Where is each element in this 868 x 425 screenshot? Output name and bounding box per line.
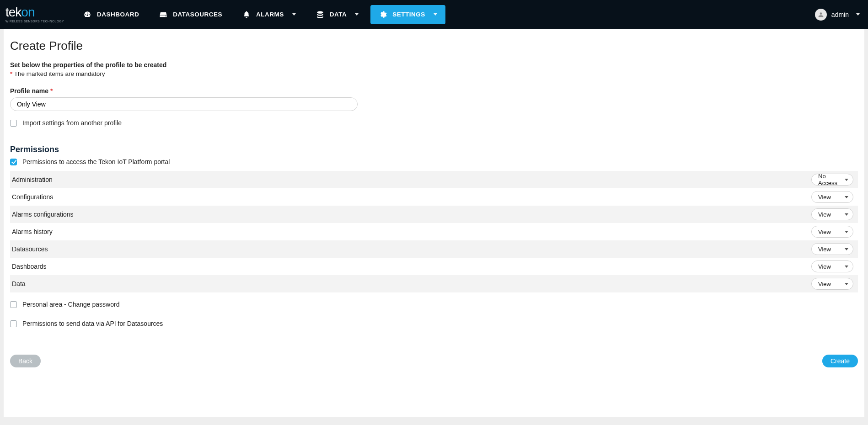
- perm-label: Configurations: [12, 193, 53, 201]
- lead-text: Set below the properties of the profile …: [10, 61, 858, 69]
- perm-row-alarms-config: Alarms configurations View: [10, 206, 858, 223]
- person-icon: [818, 11, 824, 18]
- perm-select-configurations[interactable]: View: [811, 191, 853, 203]
- perm-select-value: No Access: [818, 173, 842, 186]
- change-password-label: Personal area - Change password: [22, 301, 119, 308]
- perm-label: Administration: [12, 176, 53, 183]
- perm-select-value: View: [818, 246, 831, 253]
- perm-label: Alarms history: [12, 228, 53, 235]
- perm-select-dashboards[interactable]: View: [811, 260, 853, 272]
- perm-select-datasources[interactable]: View: [811, 243, 853, 255]
- nav-dashboard[interactable]: DASHBOARD: [75, 5, 147, 24]
- change-password-row[interactable]: Personal area - Change password: [10, 301, 858, 308]
- required-note-text: The marked items are mandatory: [14, 70, 105, 77]
- import-settings-label: Import settings from another profile: [22, 119, 122, 127]
- import-settings-checkbox[interactable]: [10, 120, 17, 127]
- profile-name-input[interactable]: [10, 97, 358, 111]
- drive-icon: [159, 11, 167, 19]
- perm-label: Dashboards: [12, 263, 47, 270]
- brand-tagline: WIRELESS SENSORS TECHNOLOGY: [5, 20, 64, 23]
- chevron-down-icon: [355, 13, 359, 16]
- page-title: Create Profile: [10, 39, 858, 53]
- chevron-down-icon: [434, 13, 437, 16]
- chevron-down-icon: [845, 196, 848, 198]
- perm-select-value: View: [818, 194, 831, 201]
- api-permission-checkbox[interactable]: [10, 320, 17, 327]
- brand-name-1: tek: [5, 5, 21, 19]
- chevron-down-icon: [845, 283, 848, 285]
- portal-access-label: Permissions to access the Tekon IoT Plat…: [22, 158, 170, 165]
- chevron-down-icon: [845, 266, 848, 268]
- perm-row-data: Data View: [10, 275, 858, 292]
- button-row: Back Create: [10, 355, 858, 367]
- gear-icon: [379, 11, 387, 19]
- user-menu[interactable]: admin: [815, 9, 860, 21]
- perm-row-datasources: Datasources View: [10, 240, 858, 258]
- perm-label: Data: [12, 280, 26, 287]
- gauge-icon: [83, 11, 91, 19]
- chevron-down-icon: [845, 179, 848, 181]
- database-icon: [316, 11, 324, 19]
- nav-dashboard-label: DASHBOARD: [97, 11, 139, 18]
- perm-row-dashboards: Dashboards View: [10, 258, 858, 275]
- nav-settings[interactable]: SETTINGS: [370, 5, 445, 24]
- portal-access-checkbox[interactable]: [10, 159, 17, 165]
- brand-logo[interactable]: tekon WIRELESS SENSORS TECHNOLOGY: [5, 6, 64, 23]
- back-button[interactable]: Back: [10, 355, 41, 367]
- perm-select-value: View: [818, 228, 831, 235]
- nav-data-label: DATA: [330, 11, 347, 18]
- perm-select-value: View: [818, 281, 831, 287]
- required-star: *: [50, 87, 53, 95]
- required-star: *: [10, 70, 12, 77]
- chevron-down-icon: [292, 13, 296, 16]
- chevron-down-icon: [845, 231, 848, 233]
- nav-alarms[interactable]: ALARMS: [234, 5, 304, 24]
- required-note: * The marked items are mandatory: [10, 70, 858, 77]
- page-body: Create Profile Set below the properties …: [4, 29, 864, 417]
- create-button[interactable]: Create: [822, 355, 858, 367]
- nav-items: DASHBOARD DATASOURCES ALARMS DATA SETTIN…: [75, 5, 445, 24]
- import-settings-row[interactable]: Import settings from another profile: [10, 119, 858, 127]
- nav-data[interactable]: DATA: [308, 5, 367, 24]
- api-permission-label: Permissions to send data via API for Dat…: [22, 320, 163, 327]
- change-password-checkbox[interactable]: [10, 301, 17, 308]
- chevron-down-icon: [845, 213, 848, 216]
- chevron-down-icon: [856, 13, 860, 16]
- perm-select-data[interactable]: View: [811, 278, 853, 290]
- profile-name-label-text: Profile name: [10, 87, 48, 95]
- perm-select-alarms-history[interactable]: View: [811, 226, 853, 238]
- nav-alarms-label: ALARMS: [256, 11, 284, 18]
- perm-select-administration[interactable]: No Access: [811, 174, 853, 186]
- perm-select-value: View: [818, 263, 831, 270]
- user-name: admin: [831, 11, 849, 18]
- nav-datasources-label: DATASOURCES: [173, 11, 222, 18]
- perm-label: Alarms configurations: [12, 211, 74, 218]
- perm-row-alarms-history: Alarms history View: [10, 223, 858, 240]
- bell-icon: [242, 11, 251, 19]
- perm-label: Datasources: [12, 245, 48, 253]
- permissions-heading: Permissions: [10, 145, 858, 154]
- chevron-down-icon: [845, 248, 848, 250]
- top-nav: tekon WIRELESS SENSORS TECHNOLOGY DASHBO…: [0, 0, 868, 29]
- perm-row-administration: Administration No Access: [10, 171, 858, 188]
- nav-datasources[interactable]: DATASOURCES: [151, 5, 230, 24]
- avatar: [815, 9, 827, 21]
- perm-select-alarms-config[interactable]: View: [811, 208, 853, 220]
- brand-name-2: on: [21, 5, 34, 19]
- profile-name-label: Profile name *: [10, 87, 858, 95]
- portal-access-row[interactable]: Permissions to access the Tekon IoT Plat…: [10, 158, 858, 165]
- permissions-table: Administration No Access Configurations …: [10, 171, 858, 292]
- perm-row-configurations: Configurations View: [10, 188, 858, 206]
- perm-select-value: View: [818, 211, 831, 218]
- api-permission-row[interactable]: Permissions to send data via API for Dat…: [10, 320, 858, 327]
- nav-settings-label: SETTINGS: [392, 11, 425, 18]
